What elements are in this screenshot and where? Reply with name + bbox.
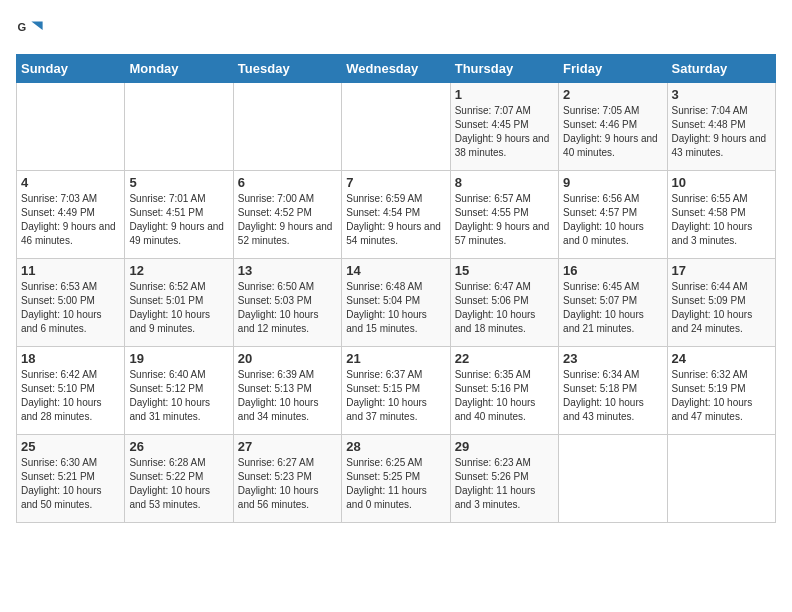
day-info: Sunrise: 6:23 AMSunset: 5:26 PMDaylight:… [455, 456, 554, 512]
day-number: 16 [563, 263, 662, 278]
day-info: Sunrise: 7:03 AMSunset: 4:49 PMDaylight:… [21, 192, 120, 248]
day-of-week-header: Monday [125, 55, 233, 83]
day-number: 24 [672, 351, 771, 366]
day-number: 21 [346, 351, 445, 366]
calendar-day-cell: 9 Sunrise: 6:56 AMSunset: 4:57 PMDayligh… [559, 171, 667, 259]
day-info: Sunrise: 6:34 AMSunset: 5:18 PMDaylight:… [563, 368, 662, 424]
logo: G [16, 16, 48, 44]
day-number: 12 [129, 263, 228, 278]
calendar-day-cell: 13 Sunrise: 6:50 AMSunset: 5:03 PMDaylig… [233, 259, 341, 347]
day-info: Sunrise: 6:40 AMSunset: 5:12 PMDaylight:… [129, 368, 228, 424]
svg-text:G: G [17, 21, 26, 33]
day-info: Sunrise: 7:07 AMSunset: 4:45 PMDaylight:… [455, 104, 554, 160]
calendar-day-cell: 12 Sunrise: 6:52 AMSunset: 5:01 PMDaylig… [125, 259, 233, 347]
calendar-day-cell: 17 Sunrise: 6:44 AMSunset: 5:09 PMDaylig… [667, 259, 775, 347]
day-info: Sunrise: 6:32 AMSunset: 5:19 PMDaylight:… [672, 368, 771, 424]
calendar-day-cell: 23 Sunrise: 6:34 AMSunset: 5:18 PMDaylig… [559, 347, 667, 435]
day-info: Sunrise: 6:57 AMSunset: 4:55 PMDaylight:… [455, 192, 554, 248]
day-number: 28 [346, 439, 445, 454]
day-number: 7 [346, 175, 445, 190]
calendar-day-cell: 21 Sunrise: 6:37 AMSunset: 5:15 PMDaylig… [342, 347, 450, 435]
day-number: 23 [563, 351, 662, 366]
calendar-day-cell: 14 Sunrise: 6:48 AMSunset: 5:04 PMDaylig… [342, 259, 450, 347]
calendar-day-cell: 5 Sunrise: 7:01 AMSunset: 4:51 PMDayligh… [125, 171, 233, 259]
day-info: Sunrise: 6:42 AMSunset: 5:10 PMDaylight:… [21, 368, 120, 424]
day-info: Sunrise: 6:55 AMSunset: 4:58 PMDaylight:… [672, 192, 771, 248]
calendar-day-cell: 10 Sunrise: 6:55 AMSunset: 4:58 PMDaylig… [667, 171, 775, 259]
day-info: Sunrise: 6:39 AMSunset: 5:13 PMDaylight:… [238, 368, 337, 424]
day-number: 11 [21, 263, 120, 278]
day-info: Sunrise: 6:35 AMSunset: 5:16 PMDaylight:… [455, 368, 554, 424]
calendar-day-cell [233, 83, 341, 171]
calendar-week-row: 11 Sunrise: 6:53 AMSunset: 5:00 PMDaylig… [17, 259, 776, 347]
day-number: 27 [238, 439, 337, 454]
calendar-day-cell [559, 435, 667, 523]
day-of-week-header: Sunday [17, 55, 125, 83]
calendar-week-row: 25 Sunrise: 6:30 AMSunset: 5:21 PMDaylig… [17, 435, 776, 523]
day-info: Sunrise: 7:04 AMSunset: 4:48 PMDaylight:… [672, 104, 771, 160]
day-info: Sunrise: 6:45 AMSunset: 5:07 PMDaylight:… [563, 280, 662, 336]
day-of-week-header: Thursday [450, 55, 558, 83]
day-info: Sunrise: 6:27 AMSunset: 5:23 PMDaylight:… [238, 456, 337, 512]
day-info: Sunrise: 6:50 AMSunset: 5:03 PMDaylight:… [238, 280, 337, 336]
day-number: 29 [455, 439, 554, 454]
day-number: 13 [238, 263, 337, 278]
calendar-week-row: 4 Sunrise: 7:03 AMSunset: 4:49 PMDayligh… [17, 171, 776, 259]
calendar-header-row: SundayMondayTuesdayWednesdayThursdayFrid… [17, 55, 776, 83]
day-number: 10 [672, 175, 771, 190]
day-info: Sunrise: 7:00 AMSunset: 4:52 PMDaylight:… [238, 192, 337, 248]
day-number: 17 [672, 263, 771, 278]
calendar-day-cell: 22 Sunrise: 6:35 AMSunset: 5:16 PMDaylig… [450, 347, 558, 435]
calendar-day-cell: 16 Sunrise: 6:45 AMSunset: 5:07 PMDaylig… [559, 259, 667, 347]
day-info: Sunrise: 6:59 AMSunset: 4:54 PMDaylight:… [346, 192, 445, 248]
calendar-day-cell: 7 Sunrise: 6:59 AMSunset: 4:54 PMDayligh… [342, 171, 450, 259]
calendar-body: 1 Sunrise: 7:07 AMSunset: 4:45 PMDayligh… [17, 83, 776, 523]
calendar-table: SundayMondayTuesdayWednesdayThursdayFrid… [16, 54, 776, 523]
calendar-day-cell: 26 Sunrise: 6:28 AMSunset: 5:22 PMDaylig… [125, 435, 233, 523]
calendar-day-cell: 3 Sunrise: 7:04 AMSunset: 4:48 PMDayligh… [667, 83, 775, 171]
calendar-day-cell: 1 Sunrise: 7:07 AMSunset: 4:45 PMDayligh… [450, 83, 558, 171]
day-number: 1 [455, 87, 554, 102]
calendar-day-cell: 8 Sunrise: 6:57 AMSunset: 4:55 PMDayligh… [450, 171, 558, 259]
day-number: 2 [563, 87, 662, 102]
calendar-day-cell: 29 Sunrise: 6:23 AMSunset: 5:26 PMDaylig… [450, 435, 558, 523]
calendar-week-row: 18 Sunrise: 6:42 AMSunset: 5:10 PMDaylig… [17, 347, 776, 435]
calendar-day-cell: 28 Sunrise: 6:25 AMSunset: 5:25 PMDaylig… [342, 435, 450, 523]
day-info: Sunrise: 6:30 AMSunset: 5:21 PMDaylight:… [21, 456, 120, 512]
day-info: Sunrise: 6:28 AMSunset: 5:22 PMDaylight:… [129, 456, 228, 512]
day-number: 26 [129, 439, 228, 454]
calendar-day-cell: 6 Sunrise: 7:00 AMSunset: 4:52 PMDayligh… [233, 171, 341, 259]
day-number: 19 [129, 351, 228, 366]
day-info: Sunrise: 6:53 AMSunset: 5:00 PMDaylight:… [21, 280, 120, 336]
day-of-week-header: Saturday [667, 55, 775, 83]
calendar-day-cell [17, 83, 125, 171]
day-of-week-header: Friday [559, 55, 667, 83]
calendar-day-cell: 11 Sunrise: 6:53 AMSunset: 5:00 PMDaylig… [17, 259, 125, 347]
calendar-day-cell: 20 Sunrise: 6:39 AMSunset: 5:13 PMDaylig… [233, 347, 341, 435]
day-number: 15 [455, 263, 554, 278]
day-number: 5 [129, 175, 228, 190]
svg-marker-1 [31, 22, 42, 30]
day-number: 6 [238, 175, 337, 190]
day-info: Sunrise: 7:05 AMSunset: 4:46 PMDaylight:… [563, 104, 662, 160]
day-number: 18 [21, 351, 120, 366]
day-info: Sunrise: 6:25 AMSunset: 5:25 PMDaylight:… [346, 456, 445, 512]
calendar-day-cell: 15 Sunrise: 6:47 AMSunset: 5:06 PMDaylig… [450, 259, 558, 347]
day-number: 22 [455, 351, 554, 366]
calendar-day-cell [667, 435, 775, 523]
day-info: Sunrise: 6:37 AMSunset: 5:15 PMDaylight:… [346, 368, 445, 424]
day-info: Sunrise: 6:48 AMSunset: 5:04 PMDaylight:… [346, 280, 445, 336]
day-of-week-header: Wednesday [342, 55, 450, 83]
day-number: 20 [238, 351, 337, 366]
day-number: 25 [21, 439, 120, 454]
day-number: 14 [346, 263, 445, 278]
day-number: 8 [455, 175, 554, 190]
logo-icon: G [16, 16, 44, 44]
calendar-day-cell: 27 Sunrise: 6:27 AMSunset: 5:23 PMDaylig… [233, 435, 341, 523]
calendar-day-cell [342, 83, 450, 171]
calendar-day-cell [125, 83, 233, 171]
calendar-day-cell: 25 Sunrise: 6:30 AMSunset: 5:21 PMDaylig… [17, 435, 125, 523]
day-info: Sunrise: 7:01 AMSunset: 4:51 PMDaylight:… [129, 192, 228, 248]
day-number: 3 [672, 87, 771, 102]
calendar-week-row: 1 Sunrise: 7:07 AMSunset: 4:45 PMDayligh… [17, 83, 776, 171]
